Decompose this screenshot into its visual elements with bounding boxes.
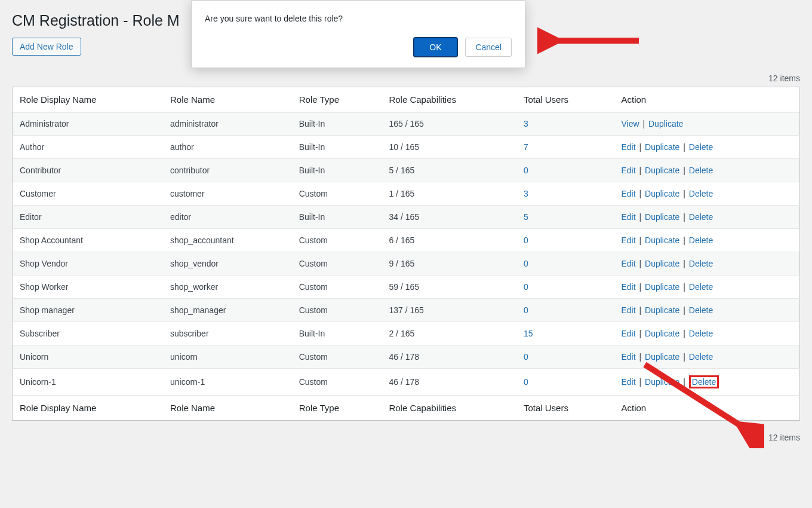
col-users-foot: Total Users: [516, 396, 614, 421]
cell-type: Custom: [292, 229, 382, 252]
cell-users: 3: [516, 182, 614, 206]
cell-type: Custom: [292, 299, 382, 322]
edit-link[interactable]: Edit: [621, 166, 635, 175]
roles-table: Role Display Name Role Name Role Type Ro…: [12, 87, 800, 421]
duplicate-link[interactable]: Duplicate: [645, 189, 679, 198]
delete-link[interactable]: Delete: [689, 329, 713, 338]
edit-link[interactable]: Edit: [621, 259, 635, 268]
cell-type: Built-In: [292, 159, 382, 182]
users-link[interactable]: 0: [524, 305, 528, 315]
ok-button[interactable]: OK: [414, 38, 457, 57]
separator: |: [636, 142, 645, 152]
users-link[interactable]: 15: [524, 329, 533, 338]
separator: |: [636, 329, 645, 338]
delete-link[interactable]: Delete: [689, 189, 713, 198]
users-link[interactable]: 5: [524, 212, 528, 222]
cell-name: shop_worker: [163, 276, 292, 299]
cell-users: 0: [516, 229, 614, 252]
duplicate-link[interactable]: Duplicate: [645, 305, 679, 315]
delete-link[interactable]: Delete: [689, 142, 713, 152]
delete-link[interactable]: Delete: [692, 377, 716, 387]
cell-display: Administrator: [13, 112, 163, 136]
separator: |: [679, 189, 688, 198]
col-name-foot: Role Name: [163, 396, 292, 421]
cell-action: Edit | Duplicate | Delete: [614, 182, 799, 206]
users-link[interactable]: 0: [524, 282, 528, 292]
edit-link[interactable]: Edit: [621, 377, 635, 387]
cell-display: Subscriber: [13, 322, 163, 345]
users-link[interactable]: 0: [524, 259, 528, 268]
edit-link[interactable]: Edit: [621, 235, 635, 245]
table-row: Shop managershop_managerCustom137 / 1650…: [13, 299, 800, 322]
separator: |: [679, 329, 688, 338]
users-link[interactable]: 0: [524, 166, 528, 175]
users-link[interactable]: 0: [524, 352, 528, 362]
delete-link[interactable]: Delete: [689, 235, 713, 245]
users-link[interactable]: 0: [524, 377, 528, 387]
cell-display: Shop Worker: [13, 276, 163, 299]
cell-name: contributor: [163, 159, 292, 182]
cell-name: shop_accountant: [163, 229, 292, 252]
add-new-role-button[interactable]: Add New Role: [12, 38, 81, 56]
col-caps-foot: Role Capabilities: [382, 396, 516, 421]
cell-action: Edit | Duplicate | Delete: [614, 299, 799, 322]
highlight-box: Delete: [689, 375, 719, 388]
col-type-foot: Role Type: [292, 396, 382, 421]
duplicate-link[interactable]: Duplicate: [645, 212, 679, 222]
table-row: Unicorn-1unicorn-1Custom46 / 1780Edit | …: [13, 369, 800, 396]
table-row: SubscribersubscriberBuilt-In2 / 16515Edi…: [13, 322, 800, 345]
separator: |: [679, 166, 688, 175]
table-row: Shop Workershop_workerCustom59 / 1650Edi…: [13, 276, 800, 299]
delete-link[interactable]: Delete: [689, 352, 713, 362]
edit-link[interactable]: Edit: [621, 212, 635, 222]
separator: |: [636, 212, 645, 222]
edit-link[interactable]: Edit: [621, 352, 635, 362]
delete-link[interactable]: Delete: [689, 166, 713, 175]
delete-link[interactable]: Delete: [689, 305, 713, 315]
cell-display: Editor: [13, 206, 163, 229]
cell-action: Edit | Duplicate | Delete: [614, 322, 799, 345]
separator: |: [679, 235, 688, 245]
duplicate-link[interactable]: Duplicate: [645, 142, 679, 152]
edit-link[interactable]: Edit: [621, 329, 635, 338]
duplicate-link[interactable]: Duplicate: [645, 329, 679, 338]
duplicate-link[interactable]: Duplicate: [645, 259, 679, 268]
users-link[interactable]: 3: [524, 189, 528, 198]
col-action-foot: Action: [614, 396, 799, 421]
table-row: UnicornunicornCustom46 / 1780Edit | Dupl…: [13, 345, 800, 369]
edit-link[interactable]: Edit: [621, 305, 635, 315]
delete-link[interactable]: Delete: [689, 259, 713, 268]
cell-name: subscriber: [163, 322, 292, 345]
cell-users: 0: [516, 159, 614, 182]
users-link[interactable]: 3: [524, 119, 528, 128]
cell-action: Edit | Duplicate | Delete: [614, 345, 799, 369]
users-link[interactable]: 0: [524, 235, 528, 245]
cell-name: editor: [163, 206, 292, 229]
edit-link[interactable]: Edit: [621, 189, 635, 198]
edit-link[interactable]: Edit: [621, 142, 635, 152]
cell-display: Unicorn: [13, 345, 163, 369]
delete-link[interactable]: Delete: [689, 212, 713, 222]
edit-link[interactable]: Edit: [621, 282, 635, 292]
separator: |: [636, 189, 645, 198]
duplicate-link[interactable]: Duplicate: [648, 119, 683, 128]
cell-caps: 2 / 165: [382, 322, 516, 345]
cancel-button[interactable]: Cancel: [465, 38, 512, 57]
cell-name: administrator: [163, 112, 292, 136]
duplicate-link[interactable]: Duplicate: [645, 166, 679, 175]
cell-caps: 59 / 165: [382, 276, 516, 299]
cell-users: 15: [516, 322, 614, 345]
separator: |: [639, 119, 648, 128]
cell-action: Edit | Duplicate | Delete: [614, 369, 799, 396]
delete-link[interactable]: Delete: [689, 282, 713, 292]
cell-type: Custom: [292, 276, 382, 299]
users-link[interactable]: 7: [524, 142, 528, 152]
duplicate-link[interactable]: Duplicate: [645, 377, 679, 387]
view-link[interactable]: View: [621, 119, 639, 128]
duplicate-link[interactable]: Duplicate: [645, 282, 679, 292]
separator: |: [636, 377, 645, 387]
duplicate-link[interactable]: Duplicate: [645, 352, 679, 362]
cell-users: 0: [516, 252, 614, 276]
duplicate-link[interactable]: Duplicate: [645, 235, 679, 245]
cell-action: Edit | Duplicate | Delete: [614, 276, 799, 299]
